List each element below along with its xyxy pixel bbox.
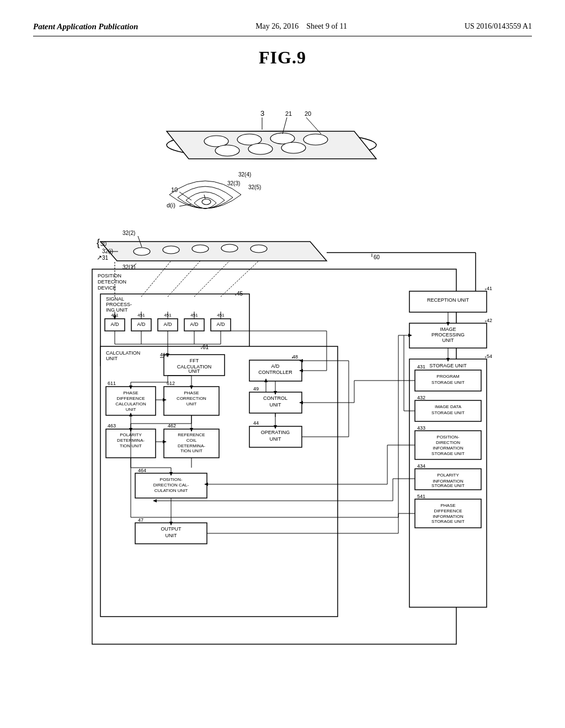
label-433: 433 xyxy=(417,425,425,431)
label-54: 54 xyxy=(487,354,492,359)
signal-processing-label2: PROCESS- xyxy=(106,302,132,307)
label-464: 464 xyxy=(138,468,146,473)
svg-point-19 xyxy=(250,245,267,253)
control-label2: UNIT xyxy=(270,402,281,408)
pos-dir-info-label3: INFORMATION xyxy=(433,446,463,451)
pos-dir-label2: DIRECTION CAL- xyxy=(153,483,189,488)
polarity-info-label3: STORAGE UNIT xyxy=(431,483,465,488)
ref-coil-label4: TION UNIT xyxy=(180,448,202,453)
image-proc-label: IMAGE xyxy=(440,326,456,332)
ad5-label: A/D xyxy=(216,322,225,327)
page-header: Patent Application Publication May 26, 2… xyxy=(33,22,532,36)
svg-line-13 xyxy=(179,192,191,200)
phase-diff-label: PHASE xyxy=(123,390,138,395)
image-proc-label3: UNIT xyxy=(443,338,454,343)
label-48: 48 xyxy=(292,354,298,360)
label-611: 611 xyxy=(108,381,116,386)
phase-corr-label3: UNIT xyxy=(186,402,197,406)
label-612: 612 xyxy=(167,381,175,386)
svg-point-18 xyxy=(221,244,238,252)
ref-coil-label3: DETERMINA- xyxy=(178,443,205,448)
label-44: 44 xyxy=(253,420,259,426)
label-di: d(i) xyxy=(167,202,175,208)
ad1-label: A/D xyxy=(110,322,119,327)
table-illustration xyxy=(167,131,376,159)
diagram: 3 21 20 10 d(i) 32(4) 32(3 xyxy=(34,76,531,683)
phase-diff-label3: CALCULATION xyxy=(115,402,146,406)
label-432: 432 xyxy=(417,395,425,400)
polarity-info-label: POLARITY xyxy=(437,473,459,478)
svg-point-6 xyxy=(248,143,273,154)
label-61: 61 xyxy=(202,344,209,350)
phase-diff-info-label4: STORAGE UNIT xyxy=(431,519,465,524)
label-462: 462 xyxy=(168,423,176,429)
arrow-31: ↗ xyxy=(97,254,102,261)
label-32-2: 32(2) xyxy=(122,230,135,236)
svg-point-16 xyxy=(163,246,179,254)
label-431: 431 xyxy=(417,364,425,370)
label-60: 60 xyxy=(374,254,380,260)
ref-coil-label: REFERENCE xyxy=(178,432,205,437)
ad4-label: A/D xyxy=(190,322,199,327)
label-49: 49 xyxy=(253,386,259,392)
program-storage-label: PROGRAM xyxy=(436,374,460,379)
pos-dir-info-label2: DIRECTION xyxy=(436,440,460,445)
operating-label2: UNIT xyxy=(270,436,281,442)
pos-dir-info-label4: STORAGE UNIT xyxy=(431,451,465,456)
output-label: OUTPUT xyxy=(161,526,182,532)
brace-30: { xyxy=(97,237,100,248)
calc-unit-label: CALCULATION xyxy=(106,350,140,356)
phase-diff-info-label3: INFORMATION xyxy=(433,514,463,519)
label-10: 10 xyxy=(171,186,178,193)
label-32-4: 32(4) xyxy=(238,172,251,178)
pos-dir-label3: CULATION UNIT xyxy=(154,488,188,493)
phase-diff-label2: DIFFERENCE xyxy=(116,396,145,401)
pos-dir-label: POSITION- xyxy=(160,477,183,482)
fft-label3: UNIT xyxy=(189,368,200,374)
svg-point-5 xyxy=(215,145,239,156)
image-data-label: IMAGE DATA xyxy=(435,404,462,409)
page: Patent Application Publication May 26, 2… xyxy=(0,0,565,728)
output-label2: UNIT xyxy=(166,533,177,538)
phase-diff-label4: UNIT xyxy=(126,407,136,412)
phase-corr-label: PHASE xyxy=(184,390,199,395)
publication-date-sheet: May 26, 2016 Sheet 9 of 11 xyxy=(255,22,347,31)
label-3: 3 xyxy=(260,109,264,117)
patent-number: US 2016/0143559 A1 xyxy=(465,22,532,31)
label-20: 20 xyxy=(305,110,311,117)
svg-point-11 xyxy=(202,199,211,205)
label-434: 434 xyxy=(417,463,425,469)
svg-point-15 xyxy=(134,248,150,255)
position-detection-label2: DETECTION xyxy=(98,279,126,285)
reception-label: RECEPTION UNIT xyxy=(427,297,470,303)
control-label: CONTROL xyxy=(263,395,287,401)
fft-label: FFT xyxy=(190,358,199,363)
label-45: 45 xyxy=(237,291,243,297)
storage-label: STORAGE UNIT xyxy=(429,363,467,368)
pos-dir-info-label: POSITION- xyxy=(437,435,460,440)
svg-point-7 xyxy=(281,142,306,153)
svg-point-17 xyxy=(192,245,209,253)
program-storage-label2: STORAGE UNIT xyxy=(431,380,465,385)
label-32-5: 32(5) xyxy=(248,184,261,190)
phase-diff-info-label: PHASE xyxy=(440,503,455,508)
svg-point-4 xyxy=(303,134,328,145)
ref-coil-label2: COIL xyxy=(186,438,197,443)
publication-label: Patent Application Publication xyxy=(33,22,138,31)
label-30: 30 xyxy=(100,241,107,247)
label-463: 463 xyxy=(108,423,116,429)
label-21: 21 xyxy=(285,110,292,117)
label-47: 47 xyxy=(138,517,143,523)
image-data-label2: STORAGE UNIT xyxy=(431,410,465,415)
signal-processing-label3: ING UNIT xyxy=(106,307,128,313)
label-42: 42 xyxy=(487,318,492,323)
svg-line-12 xyxy=(204,195,205,199)
operating-label: OPERATING xyxy=(261,430,290,435)
position-detection-label: POSITION xyxy=(98,273,121,279)
image-proc-label2: PROCESSING xyxy=(431,332,465,338)
calc-unit-label2: UNIT xyxy=(106,356,118,361)
phase-diff-info-label2: DIFFERENCE xyxy=(434,508,462,513)
ad-controller-label: A/D xyxy=(271,363,280,369)
diagram-svg: 3 21 20 10 d(i) 32(4) 32(3 xyxy=(34,76,531,683)
ad3-label: A/D xyxy=(163,322,172,327)
